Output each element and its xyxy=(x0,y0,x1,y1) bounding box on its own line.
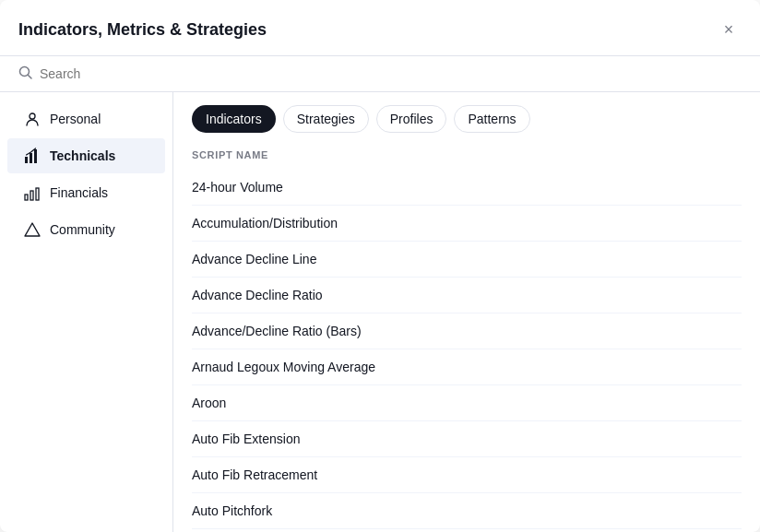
sidebar-item-community[interactable]: Community xyxy=(7,212,165,247)
tab-patterns[interactable]: Patterns xyxy=(454,105,529,133)
close-button[interactable]: × xyxy=(716,17,742,42)
financials-icon xyxy=(24,184,41,201)
svg-rect-4 xyxy=(30,153,32,163)
list-item[interactable]: Aroon xyxy=(192,385,742,421)
search-input[interactable] xyxy=(40,66,742,81)
modal-title: Indicators, Metrics & Strategies xyxy=(18,20,267,40)
svg-rect-7 xyxy=(30,191,33,200)
sidebar-label-community: Community xyxy=(50,222,115,237)
main-content: Indicators Strategies Profiles Patterns … xyxy=(173,92,760,532)
script-list-header: Script Name xyxy=(192,142,742,170)
person-icon xyxy=(24,111,41,127)
community-icon xyxy=(24,221,41,238)
script-list: Script Name 24-hour VolumeAccumulation/D… xyxy=(173,142,760,532)
svg-rect-6 xyxy=(25,195,28,200)
svg-line-1 xyxy=(29,76,32,79)
sidebar-item-personal[interactable]: Personal xyxy=(7,101,165,136)
tab-indicators[interactable]: Indicators xyxy=(192,105,276,133)
list-item[interactable]: Advance Decline Line xyxy=(192,242,742,278)
sidebar: Personal Technicals xyxy=(0,92,173,532)
list-item[interactable]: Arnaud Legoux Moving Average xyxy=(192,349,742,385)
search-bar xyxy=(0,56,760,92)
search-icon xyxy=(18,65,32,82)
list-item[interactable]: 24-hour Volume xyxy=(192,170,742,206)
sidebar-label-personal: Personal xyxy=(50,112,101,126)
svg-marker-9 xyxy=(25,223,40,236)
svg-rect-8 xyxy=(36,188,39,200)
technicals-icon xyxy=(24,148,41,164)
sidebar-item-financials[interactable]: Financials xyxy=(7,175,165,210)
tab-profiles[interactable]: Profiles xyxy=(376,105,447,133)
sidebar-item-technicals[interactable]: Technicals xyxy=(7,138,165,173)
sidebar-label-financials: Financials xyxy=(50,185,108,200)
svg-point-2 xyxy=(30,113,35,119)
modal-body: Personal Technicals xyxy=(0,92,760,532)
tab-strategies[interactable]: Strategies xyxy=(283,105,369,133)
list-item[interactable]: Auto Fib Retracement xyxy=(192,457,742,493)
list-item[interactable]: Advance/Decline Ratio (Bars) xyxy=(192,313,742,349)
list-item[interactable]: Advance Decline Ratio xyxy=(192,278,742,313)
svg-rect-3 xyxy=(25,157,28,163)
list-item[interactable]: Accumulation/Distribution xyxy=(192,206,742,242)
tabs-bar: Indicators Strategies Profiles Patterns xyxy=(173,92,760,142)
svg-rect-5 xyxy=(34,149,37,163)
sidebar-label-technicals: Technicals xyxy=(50,148,115,163)
list-item[interactable]: Auto Pitchfork xyxy=(192,493,742,529)
modal-header: Indicators, Metrics & Strategies × xyxy=(0,0,760,56)
list-item[interactable]: Auto Fib Extension xyxy=(192,421,742,457)
modal: Indicators, Metrics & Strategies × xyxy=(0,0,760,532)
